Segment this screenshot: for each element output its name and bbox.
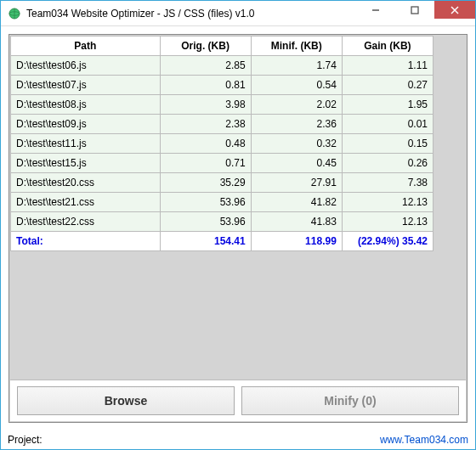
cell-gain: 1.11 (342, 56, 433, 76)
col-path[interactable]: Path (11, 37, 161, 56)
cell-path: D:\test\test21.css (11, 193, 161, 212)
svg-rect-3 (411, 7, 418, 14)
maximize-button[interactable] (395, 1, 434, 19)
cell-minif: 0.32 (251, 134, 342, 154)
cell-minif: 1.74 (251, 56, 342, 76)
website-link[interactable]: www.Team034.com (380, 434, 468, 446)
cell-gain: 0.01 (342, 115, 433, 134)
client-area: Path Orig. (KB) Minif. (KB) Gain (KB) D:… (1, 26, 475, 430)
cell-minif: 2.36 (251, 115, 342, 134)
cell-orig: 2.38 (160, 115, 251, 134)
cell-minif: 2.02 (251, 95, 342, 115)
cell-gain: 12.13 (342, 193, 433, 212)
cell-orig: 3.98 (160, 95, 251, 115)
table-row[interactable]: D:\test\test22.css53.9641.8312.13 (11, 212, 434, 232)
cell-gain: 0.26 (342, 154, 433, 173)
total-path: Total: (11, 232, 161, 251)
table-row[interactable]: D:\test\test21.css53.9641.8212.13 (11, 193, 434, 212)
browse-button[interactable]: Browse (17, 386, 235, 415)
cell-gain: 0.27 (342, 76, 433, 95)
total-minif: 118.99 (251, 232, 342, 251)
cell-path: D:\test\test20.css (11, 173, 161, 193)
close-button[interactable] (434, 1, 475, 19)
minimize-button[interactable] (356, 1, 395, 19)
cell-path: D:\test\test07.js (11, 76, 161, 95)
col-minif[interactable]: Minif. (KB) (251, 37, 342, 56)
cell-orig: 35.29 (160, 173, 251, 193)
col-gain[interactable]: Gain (KB) (342, 37, 433, 56)
table-row[interactable]: D:\test\test07.js0.810.540.27 (11, 76, 434, 95)
results-grid-wrap: Path Orig. (KB) Minif. (KB) Gain (KB) D:… (10, 36, 466, 380)
cell-minif: 41.83 (251, 212, 342, 232)
table-row[interactable]: D:\test\test09.js2.382.360.01 (11, 115, 434, 134)
table-row[interactable]: D:\test\test08.js3.982.021.95 (11, 95, 434, 115)
cell-path: D:\test\test09.js (11, 115, 161, 134)
cell-orig: 0.81 (160, 76, 251, 95)
app-icon (8, 7, 21, 20)
cell-path: D:\test\test06.js (11, 56, 161, 76)
window-title: Team034 Website Optimizer - JS / CSS (fi… (26, 8, 356, 20)
cell-path: D:\test\test11.js (11, 134, 161, 154)
table-row[interactable]: D:\test\test15.js0.710.450.26 (11, 154, 434, 173)
total-row: Total:154.41118.99(22.94%) 35.42 (11, 232, 434, 251)
app-window: Team034 Website Optimizer - JS / CSS (fi… (0, 0, 476, 450)
table-row[interactable]: D:\test\test11.js0.480.320.15 (11, 134, 434, 154)
results-grid[interactable]: Path Orig. (KB) Minif. (KB) Gain (KB) D:… (10, 36, 434, 251)
table-row[interactable]: D:\test\test20.css35.2927.917.38 (11, 173, 434, 193)
cell-gain: 7.38 (342, 173, 433, 193)
cell-orig: 2.85 (160, 56, 251, 76)
cell-path: D:\test\test22.css (11, 212, 161, 232)
table-row[interactable]: D:\test\test06.js2.851.741.11 (11, 56, 434, 76)
cell-path: D:\test\test15.js (11, 154, 161, 173)
titlebar[interactable]: Team034 Website Optimizer - JS / CSS (fi… (1, 1, 475, 26)
total-gain: (22.94%) 35.42 (342, 232, 433, 251)
button-bar: Browse Minify (0) (10, 380, 466, 421)
project-label: Project: (8, 434, 42, 446)
status-bar: Project: www.Team034.com (1, 430, 475, 449)
cell-minif: 27.91 (251, 173, 342, 193)
cell-orig: 53.96 (160, 193, 251, 212)
cell-minif: 0.45 (251, 154, 342, 173)
cell-minif: 0.54 (251, 76, 342, 95)
cell-path: D:\test\test08.js (11, 95, 161, 115)
cell-gain: 0.15 (342, 134, 433, 154)
total-orig: 154.41 (160, 232, 251, 251)
main-panel: Path Orig. (KB) Minif. (KB) Gain (KB) D:… (8, 34, 468, 423)
cell-orig: 53.96 (160, 212, 251, 232)
cell-gain: 1.95 (342, 95, 433, 115)
cell-gain: 12.13 (342, 212, 433, 232)
window-buttons (356, 1, 475, 20)
cell-minif: 41.82 (251, 193, 342, 212)
col-orig[interactable]: Orig. (KB) (160, 37, 251, 56)
minify-button[interactable]: Minify (0) (241, 386, 459, 415)
cell-orig: 0.48 (160, 134, 251, 154)
cell-orig: 0.71 (160, 154, 251, 173)
grid-header-row: Path Orig. (KB) Minif. (KB) Gain (KB) (11, 37, 434, 56)
